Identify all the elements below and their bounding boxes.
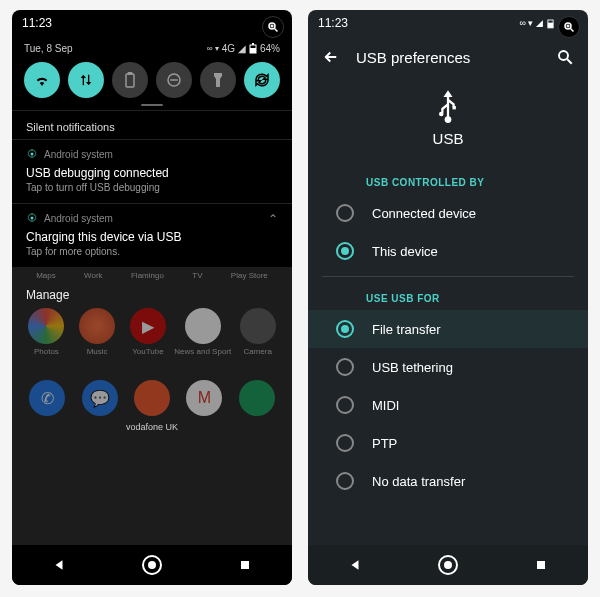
ghost-row: MapsWorkFlamingoTVPlay Store <box>22 271 282 280</box>
wifi-tile[interactable] <box>24 62 60 98</box>
option-usb-tethering[interactable]: USB tethering <box>322 348 574 386</box>
svg-rect-26 <box>537 561 545 569</box>
battery-tile[interactable] <box>112 62 148 98</box>
app-photos[interactable]: Photos <box>22 308 71 356</box>
clock: 11:23 <box>22 16 52 30</box>
svg-rect-23 <box>447 95 449 120</box>
divider <box>322 276 574 277</box>
phone-left: 11:23 Tue, 8 Sep ∞ ▾ 4G ◢ 64% Silent not… <box>12 10 292 585</box>
gear-icon <box>26 148 38 160</box>
svg-point-20 <box>559 51 568 60</box>
option-label: PTP <box>372 436 397 451</box>
home-screen: MapsWorkFlamingoTVPlay Store Manage Phot… <box>12 267 292 545</box>
option-label: File transfer <box>372 322 441 337</box>
app-phone[interactable]: ✆ <box>22 380 72 416</box>
phone-right: 11:23 ∞ ▾ ◢ USB preferences USB USB CONT… <box>308 10 588 585</box>
option-label: Connected device <box>372 206 476 221</box>
usb-hero: USB <box>308 78 588 167</box>
option-no-data[interactable]: No data transfer <box>322 462 574 500</box>
svg-rect-19 <box>548 22 553 27</box>
radio-icon <box>336 396 354 414</box>
home-button[interactable] <box>132 555 172 575</box>
section-controlled-by: USB CONTROLLED BY <box>322 167 574 194</box>
data-tile[interactable] <box>68 62 104 98</box>
chevron-up-icon[interactable]: ⌃ <box>268 212 278 226</box>
zoom-icon[interactable] <box>558 16 580 38</box>
radio-icon <box>336 320 354 338</box>
recents-button[interactable] <box>521 559 561 571</box>
option-this-device[interactable]: This device <box>322 232 574 270</box>
nav-bar <box>308 545 588 585</box>
carrier-label: vodafone UK <box>22 416 282 434</box>
option-label: This device <box>372 244 438 259</box>
option-label: USB tethering <box>372 360 453 375</box>
radio-icon <box>336 472 354 490</box>
notification-usb-debug[interactable]: Android system USB debugging connected T… <box>12 139 292 203</box>
page-title: USB preferences <box>356 49 540 66</box>
notif-subtitle: Tap to turn off USB debugging <box>26 182 278 193</box>
option-label: MIDI <box>372 398 399 413</box>
app-brave[interactable] <box>127 380 177 416</box>
nav-bar <box>12 545 292 585</box>
settings-header: USB preferences <box>308 36 588 78</box>
svg-rect-5 <box>250 48 256 53</box>
option-connected-device[interactable]: Connected device <box>322 194 574 232</box>
usb-title: USB <box>308 130 588 147</box>
app-hangouts[interactable] <box>232 380 282 416</box>
back-button[interactable] <box>39 558 79 572</box>
notif-title: Charging this device via USB <box>26 230 181 244</box>
battery-indicator: ∞ ▾ 4G ◢ 64% <box>207 42 280 54</box>
option-file-transfer[interactable]: File transfer <box>308 310 588 348</box>
notif-app-label: Android system <box>44 213 113 224</box>
date-label: Tue, 8 Sep <box>24 43 73 54</box>
radio-icon <box>336 242 354 260</box>
notif-subtitle: Tap for more options. <box>26 246 181 257</box>
clock: 11:23 <box>318 16 348 30</box>
quick-settings: Tue, 8 Sep ∞ ▾ 4G ◢ 64% <box>12 36 292 110</box>
zoom-icon[interactable] <box>262 16 284 38</box>
svg-rect-7 <box>126 74 134 87</box>
silent-header: Silent notifications <box>12 110 292 139</box>
svg-point-24 <box>439 112 444 117</box>
usb-icon <box>434 88 462 124</box>
svg-rect-8 <box>129 72 132 74</box>
recents-button[interactable] <box>225 559 265 571</box>
svg-rect-25 <box>453 106 456 109</box>
dnd-tile[interactable] <box>156 62 192 98</box>
notif-app-label: Android system <box>44 149 113 160</box>
manage-label[interactable]: Manage <box>22 286 282 308</box>
app-music[interactable]: Music <box>73 308 122 356</box>
app-news[interactable]: News and Sport <box>174 308 231 356</box>
svg-rect-6 <box>252 43 254 45</box>
option-midi[interactable]: MIDI <box>322 386 574 424</box>
svg-line-15 <box>571 29 574 32</box>
notification-charging[interactable]: Android system Charging this device via … <box>12 203 292 267</box>
svg-line-1 <box>275 29 278 32</box>
search-icon[interactable] <box>556 48 574 66</box>
option-ptp[interactable]: PTP <box>322 424 574 462</box>
rotate-tile[interactable] <box>244 62 280 98</box>
home-button[interactable] <box>428 555 468 575</box>
status-bar: 11:23 ∞ ▾ ◢ <box>308 10 588 36</box>
drag-handle[interactable] <box>141 104 163 106</box>
section-use-usb-for: USE USB FOR <box>322 283 574 310</box>
radio-icon <box>336 204 354 222</box>
app-youtube[interactable]: ▶YouTube <box>124 308 173 356</box>
notif-title: USB debugging connected <box>26 166 278 180</box>
radio-icon <box>336 358 354 376</box>
radio-icon <box>336 434 354 452</box>
svg-point-11 <box>31 153 34 156</box>
app-camera[interactable]: Camera <box>233 308 282 356</box>
status-bar: 11:23 <box>12 10 292 36</box>
gear-icon <box>26 212 38 224</box>
option-label: No data transfer <box>372 474 465 489</box>
flashlight-tile[interactable] <box>200 62 236 98</box>
back-button[interactable] <box>335 558 375 572</box>
svg-point-12 <box>31 217 34 220</box>
svg-rect-13 <box>241 561 249 569</box>
app-messages[interactable]: 💬 <box>74 380 124 416</box>
back-arrow-icon[interactable] <box>322 48 340 66</box>
svg-line-21 <box>567 59 572 64</box>
app-gmail[interactable]: M <box>179 380 229 416</box>
